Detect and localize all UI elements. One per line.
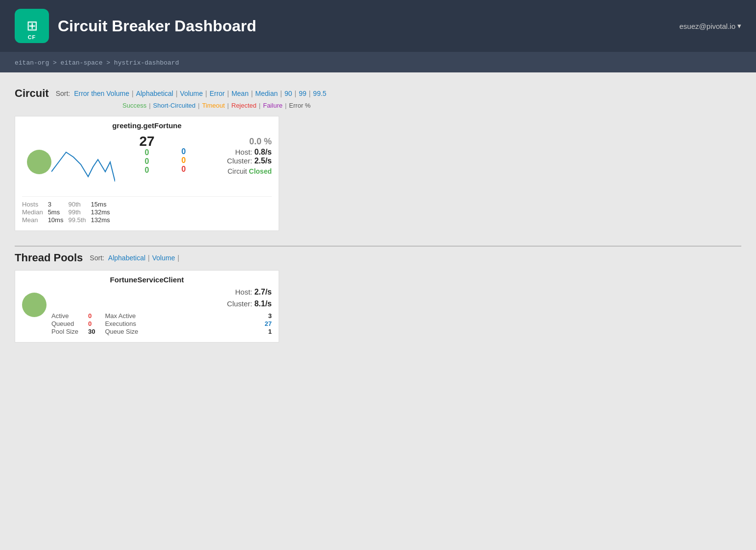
pct995-val: 132ms <box>91 216 110 224</box>
logo-icon: ⊞ <box>26 19 38 33</box>
pool-size-val: 30 <box>88 328 95 335</box>
tp-host-rate: 2.7/s <box>254 288 272 296</box>
pct90-label: 90th <box>68 201 80 208</box>
mean-label: Mean <box>22 216 38 224</box>
sort-995[interactable]: 99.5 <box>313 90 326 97</box>
pool-size-label: Pool Size <box>51 328 78 335</box>
legend-success: Success <box>122 102 146 109</box>
circuit-host-rate: Host: 0.8/s <box>198 148 272 157</box>
queued-label: Queued <box>51 320 78 327</box>
legend-rejected: Rejected <box>232 102 257 109</box>
sort-error[interactable]: Error <box>210 90 225 97</box>
sort-99[interactable]: 99 <box>299 90 307 97</box>
sort-volume[interactable]: Volume <box>180 90 203 97</box>
circuit-error-pct: 0.0 % <box>249 137 272 147</box>
tp-footer-right-vals: 3 27 1 <box>265 312 272 335</box>
circuit-section-header: Circuit Sort: Error then Volume | Alphab… <box>15 87 741 100</box>
user-menu[interactable]: esuez@pivotal.io ▾ <box>680 22 741 30</box>
logo-cf-text: CF <box>28 34 36 40</box>
tp-cluster-rate: 8.1/s <box>254 299 272 308</box>
main-content: Circuit Sort: Error then Volume | Alphab… <box>0 72 756 357</box>
legend-timeout: Timeout <box>202 102 225 109</box>
circuit-card-footer: Hosts Median Mean 3 5ms 10ms 90th 99th 9… <box>22 196 272 224</box>
circuit-graph <box>22 133 120 191</box>
sort-label: Sort: <box>56 90 71 97</box>
footer-hosts-col: Hosts Median Mean <box>22 201 43 224</box>
sort-alphabetical[interactable]: Alphabetical <box>136 90 173 97</box>
breadcrumb-bar: eitan-org > eitan-space > hystrix-dashbo… <box>0 52 756 72</box>
queue-size-label: Queue Size <box>105 328 138 335</box>
legend-error-pct: Error % <box>289 102 310 109</box>
active-label: Active <box>51 312 78 320</box>
circuit-stat-blue-1: 0 <box>182 147 186 156</box>
legend-failure: Failure <box>263 102 283 109</box>
footer-pct-vals: 15ms 132ms 132ms <box>91 201 110 224</box>
circuit-section-title: Circuit <box>15 87 49 100</box>
circuit-stat-green-1: 0 <box>145 148 149 157</box>
pct995-label: 99.5th <box>68 216 86 224</box>
tp-right-panel: Host: 2.7/s Cluster: 8.1/s Active Queued… <box>51 288 272 335</box>
circuit-sort-options: Sort: Error then Volume | Alphabetical |… <box>56 90 327 97</box>
sort-90[interactable]: 90 <box>284 90 292 97</box>
tp-sort-volume[interactable]: Volume <box>152 254 175 262</box>
legend-short-circuited: Short-Circuited <box>153 102 196 109</box>
executions-val: 27 <box>265 320 272 327</box>
queue-size-val: 1 <box>268 328 272 335</box>
tp-card-name: FortuneServiceClient <box>22 275 272 284</box>
queued-val: 0 <box>88 320 95 327</box>
tp-cluster-rates: Cluster: 8.1/s <box>51 299 272 308</box>
median-val: 5ms <box>48 208 60 216</box>
circuit-stat-orange-1: 0 <box>182 156 186 165</box>
circuit-stat-green-2: 0 <box>145 157 149 166</box>
thread-pool-card: FortuneServiceClient Host: 2.7/s Cluster… <box>15 270 279 343</box>
circuit-status-bubble <box>27 150 51 174</box>
tp-footer-left-vals: 0 0 30 <box>88 312 95 335</box>
thread-pools-sort: Sort: Alphabetical | Volume | <box>90 254 181 262</box>
hosts-label: Hosts <box>22 201 38 208</box>
username-label: esuez@pivotal.io <box>680 22 735 30</box>
circuit-legend: Success | Short-Circuited | Timeout | Re… <box>15 102 741 109</box>
page-title: Circuit Breaker Dashboard <box>58 17 256 35</box>
median-label: Median <box>22 208 43 216</box>
circuit-right-panel: 0.0 % Host: 0.8/s Cluster: 2.5/s Circuit… <box>198 133 272 175</box>
chevron-down-icon: ▾ <box>737 22 741 30</box>
tp-sort-label: Sort: <box>90 254 104 262</box>
breadcrumb: eitan-org > eitan-space > hystrix-dashbo… <box>15 59 179 67</box>
circuit-cluster-rate: Cluster: 2.5/s <box>198 157 272 165</box>
sort-median[interactable]: Median <box>255 90 278 97</box>
header-left: ⊞ CF Circuit Breaker Dashboard <box>15 9 256 43</box>
tp-footer: Active Queued Pool Size 0 0 30 Max Activ… <box>51 312 272 335</box>
circuit-card-greeting: greeting.getFortune 27 0 0 0 0 0 0 <box>15 116 279 231</box>
sort-error-volume[interactable]: Error then Volume <box>74 90 129 97</box>
circuit-card-name: greeting.getFortune <box>22 121 272 130</box>
footer-hosts-vals: 3 5ms 10ms <box>48 201 64 224</box>
tp-rates: Host: 2.7/s <box>51 288 272 297</box>
active-val: 0 <box>88 312 95 320</box>
circuit-card-body: 27 0 0 0 0 0 0 0.0 % Host: 0.8/s Cluster… <box>22 133 272 191</box>
footer-pct-labels: 90th 99th 99.5th <box>68 201 86 224</box>
hosts-val: 3 <box>48 201 51 208</box>
pct90-val: 15ms <box>91 201 107 208</box>
tp-footer-labels: Active Queued Pool Size <box>51 312 78 335</box>
pct99-val: 132ms <box>91 208 110 216</box>
thread-pools-title: Thread Pools <box>15 252 83 264</box>
circuit-stat-green-3: 0 <box>145 166 149 175</box>
circuit-count: 27 <box>139 135 154 148</box>
mean-val: 10ms <box>48 216 64 224</box>
app-logo: ⊞ CF <box>15 9 49 43</box>
max-active-label: Max Active <box>105 312 138 320</box>
circuit-sparkline <box>51 138 115 186</box>
circuit-stat-red-1: 0 <box>182 165 186 174</box>
pct99-label: 99th <box>68 208 80 216</box>
header: ⊞ CF Circuit Breaker Dashboard esuez@piv… <box>0 0 756 52</box>
tp-footer-right-labels: Max Active Executions Queue Size <box>105 312 138 335</box>
tp-status-bubble <box>22 293 47 317</box>
circuit-state: Circuit Closed <box>198 167 272 175</box>
executions-label: Executions <box>105 320 138 327</box>
tp-sort-alphabetical[interactable]: Alphabetical <box>108 254 145 262</box>
tp-card-body: Host: 2.7/s Cluster: 8.1/s Active Queued… <box>22 288 272 335</box>
sort-mean[interactable]: Mean <box>232 90 249 97</box>
max-active-val: 3 <box>268 312 272 320</box>
thread-pools-section-header: Thread Pools Sort: Alphabetical | Volume… <box>15 246 741 264</box>
